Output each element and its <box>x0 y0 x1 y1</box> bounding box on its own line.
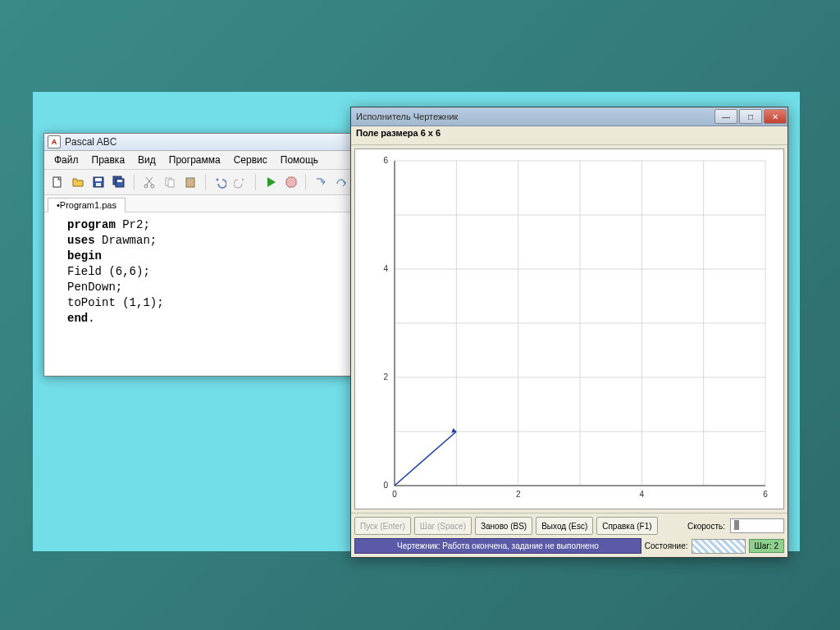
state-indicator <box>692 539 746 554</box>
step-over-icon[interactable] <box>332 172 351 192</box>
drawman-window: Исполнитель Чертежник — □ ✕ Поле размера… <box>350 107 788 558</box>
start-button[interactable]: Пуск (Enter) <box>354 517 411 535</box>
svg-rect-6 <box>117 180 122 182</box>
svg-rect-10 <box>168 180 174 187</box>
svg-text:0: 0 <box>392 490 397 499</box>
svg-rect-3 <box>96 183 101 186</box>
close-button[interactable]: ✕ <box>764 109 787 124</box>
maximize-button[interactable]: □ <box>739 109 762 124</box>
step-counter: Шаг: 2 <box>749 539 785 553</box>
control-panel: Пуск (Enter) Шаг (Space) Заново (BS) Вых… <box>351 513 788 557</box>
svg-text:0: 0 <box>383 481 388 490</box>
speed-slider[interactable] <box>730 518 784 533</box>
copy-icon[interactable] <box>160 172 179 192</box>
svg-text:4: 4 <box>640 490 645 499</box>
svg-text:2: 2 <box>383 372 388 381</box>
toolbar-separator <box>305 174 306 190</box>
restart-button[interactable]: Заново (BS) <box>475 517 532 535</box>
ide-menubar: Файл Правка Вид Программа Сервис Помощь <box>44 151 354 170</box>
menu-view[interactable]: Вид <box>131 153 162 167</box>
svg-text:2: 2 <box>516 490 521 499</box>
state-label: Состояние: <box>645 541 688 550</box>
redo-icon[interactable] <box>231 172 250 192</box>
speed-label: Скорость: <box>687 522 727 531</box>
svg-marker-13 <box>286 177 296 187</box>
exit-button[interactable]: Выход (Esc) <box>536 517 593 535</box>
pascal-app-icon: A <box>48 135 61 148</box>
save-icon[interactable] <box>89 172 107 192</box>
open-file-icon[interactable] <box>68 172 87 192</box>
minimize-button[interactable]: — <box>714 109 737 124</box>
menu-help[interactable]: Помощь <box>274 153 325 167</box>
drawing-canvas: 00224466 <box>354 148 784 509</box>
editor-tabstrip: •Program1.pas <box>44 195 354 212</box>
undo-icon[interactable] <box>211 172 230 192</box>
menu-edit[interactable]: Правка <box>85 153 132 167</box>
svg-text:6: 6 <box>383 156 388 165</box>
pascal-ide-window: A Pascal ABC Файл Правка Вид Программа С… <box>43 133 355 377</box>
paste-icon[interactable] <box>180 172 199 192</box>
svg-rect-12 <box>189 177 192 180</box>
field-size-label: Поле размера 6 x 6 <box>351 126 788 145</box>
new-file-icon[interactable] <box>48 172 66 192</box>
help-button[interactable]: Справка (F1) <box>596 517 657 535</box>
ide-title: Pascal ABC <box>65 136 116 148</box>
drawman-titlebar[interactable]: Исполнитель Чертежник — □ ✕ <box>351 107 788 126</box>
menu-program[interactable]: Программа <box>162 153 227 167</box>
menu-service[interactable]: Сервис <box>227 153 274 167</box>
window-controls: — □ ✕ <box>714 107 788 126</box>
toolbar-separator <box>205 174 206 190</box>
ide-titlebar[interactable]: A Pascal ABC <box>44 134 354 151</box>
stop-icon[interactable] <box>281 172 300 192</box>
status-message: Чертежник: Работа окончена, задание не в… <box>354 538 641 554</box>
svg-rect-0 <box>53 177 61 187</box>
save-all-icon[interactable] <box>110 172 129 192</box>
code-editor[interactable]: program Pr2;uses Drawman;beginField (6,6… <box>44 212 354 376</box>
toolbar-separator <box>255 174 256 190</box>
run-icon[interactable] <box>261 172 280 192</box>
toolbar-separator <box>134 174 135 190</box>
menu-file[interactable]: Файл <box>48 153 85 167</box>
svg-text:6: 6 <box>763 490 768 499</box>
drawman-title: Исполнитель Чертежник <box>356 112 458 121</box>
ide-toolbars: Файл Правка Вид Программа Сервис Помощь <box>44 151 354 195</box>
step-into-icon[interactable] <box>311 172 330 192</box>
svg-text:4: 4 <box>383 264 388 273</box>
ide-toolbar <box>44 170 354 195</box>
editor-tab[interactable]: •Program1.pas <box>48 198 126 212</box>
svg-rect-2 <box>95 178 102 181</box>
step-button[interactable]: Шаг (Space) <box>414 517 472 535</box>
cut-icon[interactable] <box>139 172 158 192</box>
